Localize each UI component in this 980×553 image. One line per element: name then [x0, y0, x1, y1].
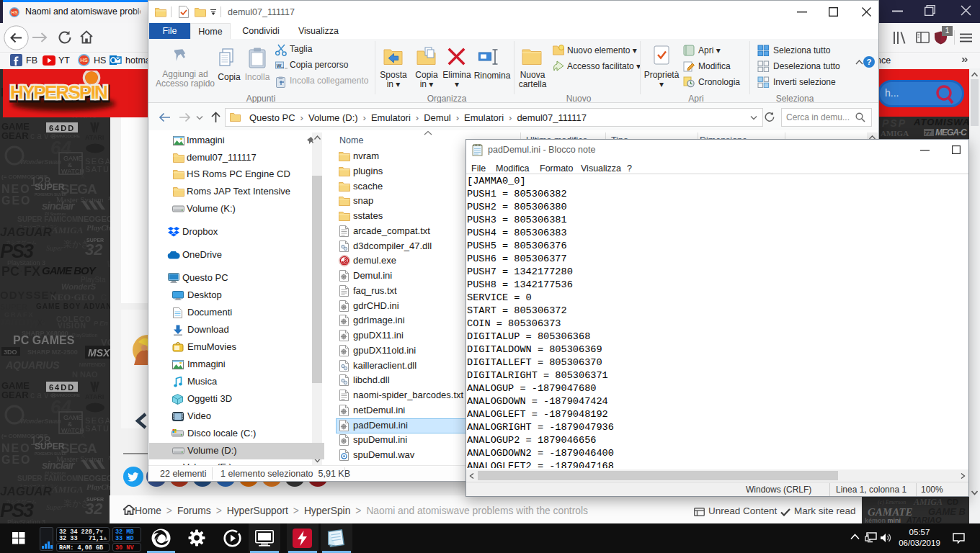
svg-text:kémon mini: kémon mini [865, 517, 901, 523]
svg-text:HS: HS [11, 10, 18, 15]
svg-text:77: 77 [925, 130, 931, 136]
svg-text:MEGA-C: MEGA-C [935, 127, 967, 138]
svg-text:HS: HS [80, 57, 87, 63]
svg-text:CD: CD [947, 498, 958, 506]
svg-text:ATOMISWA: ATOMISWA [913, 117, 969, 127]
svg-text:HYPERSPIN: HYPERSPIN [10, 81, 107, 103]
svg-text:W..: W.. [277, 63, 284, 68]
svg-text:PSP: PSP [882, 117, 906, 129]
svg-text:ATARIAO: ATARIAO [906, 516, 942, 523]
svg-text:AMIGA: AMIGA [881, 129, 909, 138]
svg-text:AMIGA: AMIGA [913, 497, 943, 507]
svg-text:(c) Emerson: (c) Emerson [878, 499, 906, 505]
